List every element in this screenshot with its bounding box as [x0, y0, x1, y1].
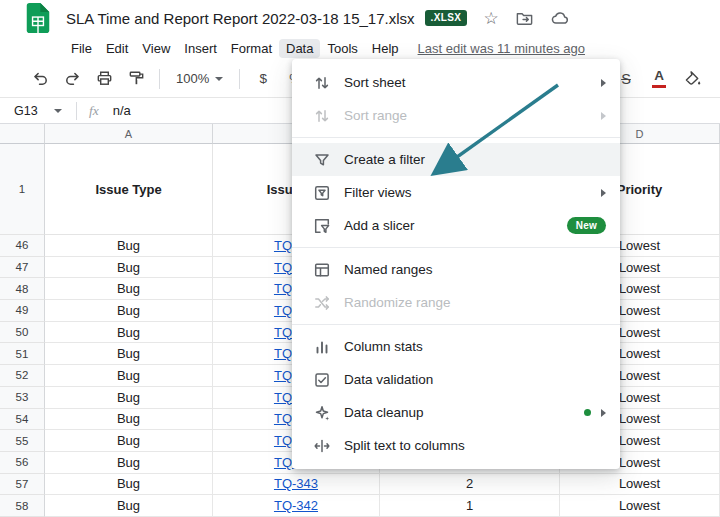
cell-value[interactable]: 2: [380, 474, 560, 496]
submenu-arrow-icon: [601, 112, 606, 120]
cell-issue-type[interactable]: Bug: [45, 474, 213, 496]
print-button[interactable]: [90, 66, 118, 92]
menu-item-label: Sort sheet: [344, 75, 406, 90]
row-number[interactable]: 56: [0, 452, 45, 474]
toolbar-separator: [159, 69, 160, 89]
row-number[interactable]: 1: [0, 144, 45, 235]
star-icon[interactable]: ☆: [483, 10, 498, 27]
cell-issue-type[interactable]: Bug: [45, 365, 213, 387]
cell-issue-type[interactable]: Bug: [45, 322, 213, 344]
cell-issue-type[interactable]: Bug: [45, 409, 213, 431]
menu-item-filter-views[interactable]: Filter views: [292, 176, 620, 209]
menu-tools[interactable]: Tools: [320, 39, 364, 58]
menu-item-label: Data validation: [344, 372, 433, 387]
text-color-icon: A: [654, 69, 664, 83]
menu-item-trailing: [601, 112, 606, 120]
xlsx-format-badge: .XLSX: [425, 10, 468, 26]
fx-label: fx: [89, 103, 99, 119]
menu-item-named-ranges[interactable]: Named ranges: [292, 253, 620, 286]
cell-issue-type[interactable]: Bug: [45, 495, 213, 517]
format-currency-button[interactable]: $: [249, 66, 277, 92]
cell-issue-type[interactable]: Bug: [45, 430, 213, 452]
row-number[interactable]: 46: [0, 235, 45, 257]
row-number[interactable]: 54: [0, 409, 45, 431]
menu-edit[interactable]: Edit: [99, 39, 135, 58]
column-header-a[interactable]: A: [45, 124, 213, 144]
cell-issue-type[interactable]: Bug: [45, 452, 213, 474]
menu-item-split-text-to-columns[interactable]: Split text to columns: [292, 429, 620, 462]
cell-issue-type[interactable]: Bug: [45, 300, 213, 322]
issue-link[interactable]: TQ-343: [274, 476, 318, 491]
select-all-corner[interactable]: [0, 124, 45, 144]
menu-item-sort-range[interactable]: Sort range: [292, 99, 620, 132]
row-number[interactable]: 57: [0, 474, 45, 496]
menu-item-label: Named ranges: [344, 262, 433, 277]
menu-view[interactable]: View: [135, 39, 177, 58]
menu-item-trailing: [601, 79, 606, 87]
checkbox-check-icon: [312, 371, 332, 389]
menu-item-column-stats[interactable]: Column stats: [292, 330, 620, 363]
menu-item-label: Sort range: [344, 108, 407, 123]
menu-data[interactable]: Data: [279, 39, 320, 58]
submenu-arrow-icon: [601, 409, 606, 417]
row-number[interactable]: 53: [0, 387, 45, 409]
cell-value[interactable]: 1: [380, 495, 560, 517]
text-color-button[interactable]: A: [652, 69, 666, 88]
menu-item-label: Column stats: [344, 339, 423, 354]
row-number[interactable]: 48: [0, 278, 45, 300]
cell-reference: G13: [14, 104, 38, 118]
sort-range-icon: [312, 107, 332, 125]
menu-item-data-cleanup[interactable]: Data cleanup: [292, 396, 620, 429]
issue-link[interactable]: TQ-342: [274, 498, 318, 513]
data-menu: Sort sheetSort rangeCreate a filterFilte…: [292, 59, 620, 469]
row-number[interactable]: 47: [0, 257, 45, 279]
sparkle-icon: [312, 404, 332, 422]
redo-button[interactable]: [58, 66, 86, 92]
cell-issue-type[interactable]: Bug: [45, 278, 213, 300]
funnel-icon: [312, 151, 332, 169]
menu-item-add-a-slicer[interactable]: Add a slicerNew: [292, 209, 620, 242]
menu-item-randomize-range[interactable]: Randomize range: [292, 286, 620, 319]
row-number[interactable]: 50: [0, 322, 45, 344]
menu-format[interactable]: Format: [224, 39, 279, 58]
paint-format-button[interactable]: [122, 66, 150, 92]
cell-issue-type[interactable]: Bug: [45, 235, 213, 257]
move-to-folder-icon[interactable]: [515, 9, 534, 28]
sheet-row: 57BugTQ-3432Lowest: [0, 474, 720, 496]
header-cell-issue-type[interactable]: Issue Type: [45, 144, 213, 235]
menu-insert[interactable]: Insert: [177, 39, 224, 58]
row-number[interactable]: 49: [0, 300, 45, 322]
cell-issue-type[interactable]: Bug: [45, 387, 213, 409]
zoom-select[interactable]: 100%: [169, 71, 230, 86]
cloud-save-status-icon[interactable]: [550, 8, 570, 28]
document-title[interactable]: SLA Time and Report Report 2022-03-18 15…: [66, 10, 415, 27]
row-number[interactable]: 52: [0, 365, 45, 387]
green-dot-indicator: [584, 409, 591, 416]
cell-issue-type[interactable]: Bug: [45, 257, 213, 279]
menu-item-label: Add a slicer: [344, 218, 415, 233]
menu-file[interactable]: File: [64, 39, 99, 58]
undo-button[interactable]: [26, 66, 54, 92]
menu-item-label: Create a filter: [344, 152, 425, 167]
row-number[interactable]: 55: [0, 430, 45, 452]
menu-divider: [292, 247, 620, 248]
table-icon: [312, 261, 332, 279]
menu-help[interactable]: Help: [365, 39, 406, 58]
row-number[interactable]: 51: [0, 343, 45, 365]
formula-input[interactable]: n/a: [113, 103, 131, 118]
cell-issue-key[interactable]: TQ-343: [213, 474, 380, 496]
cell-priority[interactable]: Lowest: [560, 474, 720, 496]
cell-priority[interactable]: Lowest: [560, 495, 720, 517]
sheets-logo-icon[interactable]: [26, 3, 50, 33]
cell-issue-key[interactable]: TQ-342: [213, 495, 380, 517]
name-box[interactable]: G13: [0, 104, 76, 118]
menu-item-data-validation[interactable]: Data validation: [292, 363, 620, 396]
menu-item-sort-sheet[interactable]: Sort sheet: [292, 66, 620, 99]
row-number[interactable]: 58: [0, 495, 45, 517]
menu-item-create-a-filter[interactable]: Create a filter: [292, 143, 620, 176]
last-edit-link[interactable]: Last edit was 11 minutes ago: [418, 41, 585, 56]
fill-color-button[interactable]: [678, 66, 706, 92]
menu-item-label: Filter views: [344, 185, 412, 200]
cell-issue-type[interactable]: Bug: [45, 343, 213, 365]
filter-views-icon: [312, 184, 332, 202]
